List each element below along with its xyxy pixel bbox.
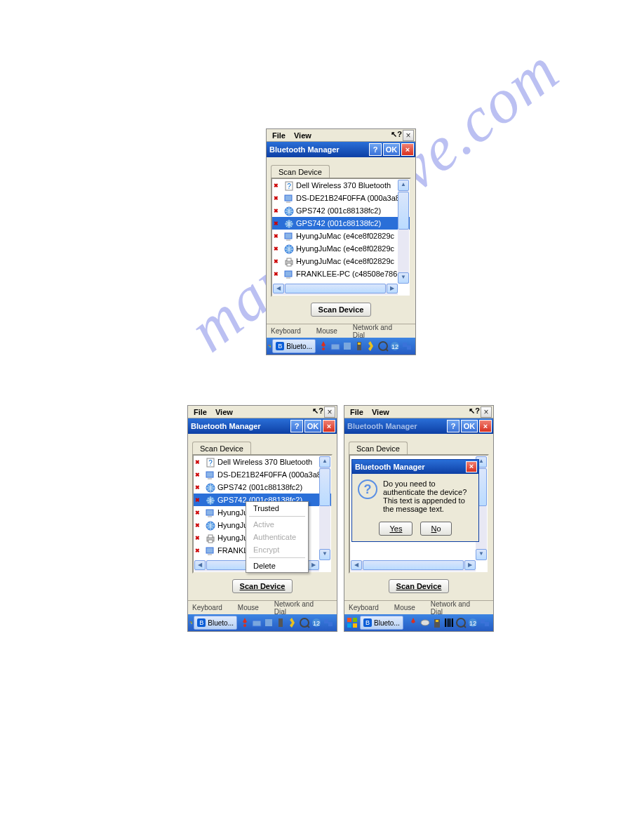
tray-icon-8[interactable] [323, 617, 334, 628]
device-row[interactable]: ✖DS-DE21B24F0FFA (000a3a8 [194, 468, 331, 481]
menu-file[interactable]: File [189, 406, 211, 418]
taskbar-app-bluetooth[interactable]: B Blueto... [360, 616, 403, 630]
scroll-left-button[interactable]: ◀ [273, 284, 284, 293]
tray-icon-7[interactable] [479, 617, 490, 628]
scroll-up-button[interactable]: ▲ [319, 456, 330, 468]
device-row[interactable]: ✖HyungJuMac (e4ce8f02829c [272, 242, 410, 255]
horizontal-scrollbar[interactable]: ◀ ▶ [273, 284, 398, 295]
close-button[interactable]: × [401, 143, 414, 156]
scroll-right-button[interactable]: ▶ [308, 560, 319, 570]
ok-button[interactable]: OK [383, 143, 400, 156]
scroll-left-button[interactable]: ◀ [351, 560, 362, 570]
tray-icon-4[interactable] [443, 617, 455, 628]
scroll-down-button[interactable]: ▼ [319, 549, 330, 560]
menu-view[interactable]: View [290, 130, 316, 141]
tray-icon-7[interactable]: 12 [389, 340, 401, 352]
menu-file[interactable]: File [346, 406, 368, 418]
device-row[interactable]: ✖HyungJuMac (e4ce8f02829c [272, 230, 410, 242]
scroll-up-button[interactable]: ▲ [398, 180, 409, 191]
ok-button[interactable]: OK [461, 420, 478, 432]
tray-icon-2[interactable] [420, 617, 431, 628]
scroll-right-button[interactable]: ▶ [464, 560, 476, 570]
msgbox-close-button[interactable]: × [466, 461, 477, 472]
tray-icon-2[interactable] [251, 617, 262, 628]
tray-icon-6[interactable]: 12 [467, 617, 478, 628]
tray-icon-1[interactable] [408, 617, 419, 628]
scroll-left-button[interactable]: ◀ [194, 560, 206, 570]
tray-icon-6[interactable] [377, 340, 389, 352]
horizontal-scrollbar[interactable]: ◀ ▶ [351, 560, 476, 571]
scroll-down-button[interactable]: ▼ [476, 549, 487, 560]
tab-scan-device[interactable]: Scan Device [271, 165, 330, 178]
tray-icon-3[interactable] [431, 617, 443, 628]
start-icon[interactable] [189, 616, 192, 629]
tray-icon-6[interactable] [299, 617, 310, 628]
device-name: GPS742 (001c88138fc2) [217, 483, 302, 491]
tray-icon-5[interactable] [287, 617, 298, 628]
svg-rect-38 [208, 535, 213, 538]
help-button[interactable]: ? [447, 420, 459, 432]
outer-close-button[interactable]: × [481, 406, 492, 418]
tray-icon-3[interactable] [342, 340, 353, 352]
tray-icon-4[interactable] [354, 340, 365, 352]
tray-icon-4[interactable] [275, 617, 286, 628]
device-row[interactable]: ✖FRANKLEE-PC (c48508e786 [272, 267, 410, 280]
vertical-scrollbar[interactable]: ▲ ▼ [319, 456, 330, 560]
scroll-thumb-h[interactable] [363, 560, 464, 570]
close-button[interactable]: × [323, 420, 335, 432]
menu-view[interactable]: View [211, 406, 237, 418]
device-row[interactable]: ✖HyungJuMac (e4ce8f02829c [272, 255, 410, 267]
scroll-right-button[interactable]: ▶ [387, 284, 398, 293]
no-button[interactable]: No [420, 522, 451, 536]
device-row[interactable]: ✖?Dell Wireless 370 Bluetooth [272, 179, 410, 192]
svg-rect-70 [481, 619, 485, 623]
menu-item-delete[interactable]: Delete [246, 560, 308, 572]
vertical-scrollbar[interactable]: ▲ ▼ [398, 180, 409, 284]
yes-button[interactable]: Yes [379, 522, 412, 536]
device-row[interactable]: ✖?Dell Wireless 370 Bluetooth [194, 456, 331, 468]
device-row[interactable]: ✖GPS742 (001c88138fc2) [194, 481, 331, 494]
ok-button[interactable]: OK [304, 420, 321, 432]
taskbar-app-bluetooth[interactable]: B Blueto... [272, 339, 316, 353]
tray-icon-2[interactable] [330, 340, 341, 352]
pairing-status-icon: ✖ [274, 246, 283, 252]
tab-scan-device[interactable]: Scan Device [349, 442, 408, 455]
svg-rect-3 [286, 201, 290, 203]
device-name: DS-DE21B24F0FFA (000a3a8 [296, 194, 400, 202]
scan-device-button[interactable]: Scan Device [311, 303, 372, 317]
tray-icon-1[interactable] [239, 617, 250, 628]
device-row[interactable]: ✖DS-DE21B24F0FFA (000a3a8 [272, 192, 410, 204]
scroll-thumb-v[interactable] [398, 192, 409, 230]
context-menu[interactable]: TrustedActiveAuthenticateEncryptDelete [246, 501, 309, 573]
start-icon[interactable] [268, 340, 271, 352]
taskbar-app-bluetooth[interactable]: B Blueto... [194, 616, 237, 630]
menu-view[interactable]: View [368, 406, 394, 418]
start-icon[interactable] [346, 616, 358, 629]
device-list[interactable]: ✖?Dell Wireless 370 Bluetooth✖DS-DE21B24… [271, 178, 411, 297]
tray-icon-7[interactable]: 12 [311, 617, 322, 628]
help-button[interactable]: ? [369, 143, 382, 156]
device-row[interactable]: ✖GPS742 (001c88138fc2) [272, 217, 410, 230]
outer-menubar: File View ↖? × [188, 406, 337, 418]
help-button[interactable]: ? [290, 420, 303, 432]
scan-device-button[interactable]: Scan Device [389, 579, 450, 593]
tray-icon-5[interactable] [455, 617, 467, 628]
tab-scan-device[interactable]: Scan Device [192, 442, 251, 455]
tray-icon-5[interactable] [365, 340, 377, 352]
tray-icon-1[interactable] [318, 340, 329, 352]
menu-item-trusted[interactable]: Trusted [246, 502, 308, 515]
scan-device-button[interactable]: Scan Device [232, 579, 293, 593]
device-row[interactable]: ✖GPS742 (001c88138fc2) [272, 204, 410, 217]
tray-icon-3[interactable] [263, 617, 274, 628]
close-button[interactable]: × [479, 420, 492, 432]
outer-close-button[interactable]: × [324, 406, 335, 418]
svg-rect-30 [206, 472, 213, 477]
svg-rect-20 [344, 343, 351, 350]
tray-icon-8[interactable] [401, 340, 412, 352]
menu-file[interactable]: File [268, 130, 290, 141]
question-icon: ? [358, 479, 377, 499]
scroll-thumb-h[interactable] [285, 284, 386, 293]
scroll-thumb-v[interactable] [319, 468, 330, 506]
outer-close-button[interactable]: × [403, 130, 414, 141]
scroll-down-button[interactable]: ▼ [398, 272, 409, 284]
